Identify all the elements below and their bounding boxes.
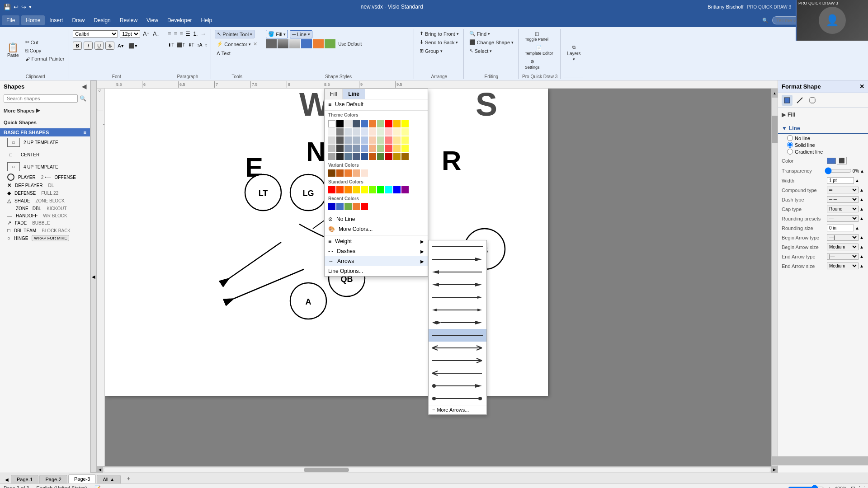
theme-color[interactable] (353, 153, 360, 160)
shape-item[interactable]: □ 2 UP TEMPLATE (0, 136, 90, 148)
valign-bot-button[interactable]: ⬇T (187, 42, 195, 48)
vertical-scrollbar[interactable]: ▲ ▼ (771, 89, 778, 466)
number-button[interactable]: 1. (192, 30, 198, 38)
arrow-option-open-left[interactable] (429, 367, 486, 380)
menu-draw[interactable]: Draw (67, 15, 89, 25)
cap-type-select[interactable]: Round (827, 206, 859, 212)
arrows-item[interactable]: → Arrows ▶ (325, 256, 428, 266)
theme-color[interactable] (401, 153, 409, 160)
bold-button[interactable]: B (73, 42, 82, 50)
italic-button[interactable]: I (84, 42, 93, 50)
find-button[interactable]: 🔍 Find ▾ (467, 30, 492, 38)
canvas-area[interactable]: WW S E N R LT LG (105, 89, 771, 466)
theme-color[interactable] (344, 153, 352, 160)
line-options-item[interactable]: Line Options... (325, 266, 428, 276)
theme-color[interactable] (361, 120, 368, 127)
spacing-button[interactable]: ↕ (204, 42, 208, 48)
theme-color[interactable] (328, 145, 335, 152)
send-to-back-button[interactable]: ⬇ Send to Back ▾ (418, 38, 460, 46)
theme-color[interactable] (336, 145, 344, 152)
indent-button[interactable]: → (199, 30, 207, 38)
shape-item-handoff[interactable]: — HANDOFF WR BLOCK (0, 212, 90, 219)
rounding-presets-up[interactable]: ▲ (859, 216, 864, 221)
weight-item[interactable]: ≡ Weight ▶ (325, 236, 428, 246)
page-tab-1[interactable]: Page-1 (11, 475, 38, 483)
page-tab-2[interactable]: Page-2 (39, 475, 67, 483)
format-painter-button[interactable]: 🖌 Format Painter (24, 55, 66, 62)
end-arrow-size-up[interactable]: ▲ (859, 263, 864, 268)
menu-developer[interactable]: Developer (163, 15, 197, 25)
standard-color[interactable] (377, 186, 384, 193)
theme-color[interactable] (401, 120, 409, 127)
theme-color[interactable] (401, 128, 409, 136)
theme-color[interactable] (361, 145, 368, 152)
shape-item-player[interactable]: PLAYER 2 •— OFFENSE (0, 173, 90, 182)
arrow-option-open-right[interactable] (429, 354, 486, 367)
horizontal-scrollbar[interactable]: ◀ ▶ (97, 466, 778, 473)
color-picker-button[interactable]: ⬛ (837, 157, 847, 164)
theme-color[interactable] (336, 136, 344, 144)
arrow-option-plain[interactable] (429, 240, 486, 253)
theme-color[interactable] (328, 128, 335, 136)
connector-button[interactable]: ⚡ Connector ▾ ✕ (215, 40, 259, 48)
theme-color[interactable] (369, 136, 376, 144)
end-arrow-type-up[interactable]: ▲ (859, 254, 864, 259)
layers-button[interactable]: ⧉ Layers ▾ (564, 43, 583, 63)
theme-color[interactable] (369, 153, 376, 160)
arrow-option-both[interactable] (429, 278, 486, 291)
shapes-category-more-icon[interactable]: ≡ (84, 130, 86, 135)
theme-color[interactable] (377, 145, 384, 152)
menu-review[interactable]: Review (115, 15, 142, 25)
menu-design[interactable]: Design (89, 15, 115, 25)
arrow-option-both-open[interactable] (429, 342, 486, 354)
fit-page-button[interactable]: ⊡ (851, 485, 855, 488)
theme-color[interactable] (353, 128, 360, 136)
theme-color[interactable] (393, 145, 401, 152)
fill-button[interactable]: 🪣 Fill ▾ (266, 30, 288, 38)
theme-color[interactable] (336, 120, 344, 127)
text-dir-button[interactable]: ↕A (196, 42, 203, 48)
line-color-swatch[interactable] (827, 158, 836, 164)
transparency-up-button[interactable]: ▲ (860, 169, 864, 174)
standard-color[interactable] (401, 186, 409, 193)
theme-color[interactable] (377, 128, 384, 136)
scroll-left-button[interactable]: ◀ (97, 467, 103, 473)
cut-button[interactable]: ✂ Cut (24, 38, 66, 46)
recent-color[interactable] (361, 203, 368, 210)
theme-color[interactable] (393, 136, 401, 144)
group-button[interactable]: ⊞ Group ▾ (418, 47, 444, 55)
menu-file[interactable]: File (2, 15, 19, 25)
quick-access-redo[interactable]: ↪ (21, 4, 26, 10)
settings-button[interactable]: ⚙ Settings (522, 58, 542, 71)
zoom-in-button[interactable]: + (828, 486, 830, 488)
width-input[interactable] (827, 177, 854, 184)
theme-color[interactable] (336, 153, 344, 160)
shape-item-hinge[interactable]: ○ HINGE WRAP FOR MIKE (0, 234, 90, 242)
highlight-button[interactable]: ⬛▾ (127, 42, 139, 49)
standard-color[interactable] (344, 186, 352, 193)
h-scroll-thumb[interactable] (304, 468, 349, 472)
recent-color[interactable] (336, 203, 344, 210)
valign-top-button[interactable]: ⬆T (167, 42, 175, 48)
style-swatch-2[interactable] (278, 39, 288, 48)
toggle-panel-button[interactable]: ◫ Toggle Panel (522, 30, 551, 43)
style-swatch-4[interactable] (301, 39, 312, 48)
compound-type-up[interactable]: ▲ (859, 188, 864, 192)
theme-color[interactable] (353, 120, 360, 127)
theme-color[interactable] (353, 145, 360, 152)
standard-color[interactable] (353, 186, 360, 193)
shape-item[interactable]: □ 4 UP TEMPLATE (0, 161, 90, 173)
theme-color[interactable] (328, 136, 335, 144)
template-editor-button[interactable]: 📄 Template Editor (522, 44, 556, 57)
style-swatch-1[interactable] (266, 39, 277, 48)
begin-arrow-size-select[interactable]: Medium (827, 244, 859, 250)
cap-type-up[interactable]: ▲ (859, 206, 864, 211)
variant-color[interactable] (353, 169, 360, 177)
theme-color[interactable] (353, 136, 360, 144)
theme-color[interactable] (393, 120, 401, 127)
shape-item-shade[interactable]: △ SHADE ZONE BLOCK (0, 197, 90, 205)
theme-color[interactable] (344, 136, 352, 144)
no-line-item[interactable]: ⊘ No Line (325, 214, 428, 224)
proofing-icon[interactable]: 📝 (94, 485, 101, 488)
standard-color[interactable] (393, 186, 401, 193)
